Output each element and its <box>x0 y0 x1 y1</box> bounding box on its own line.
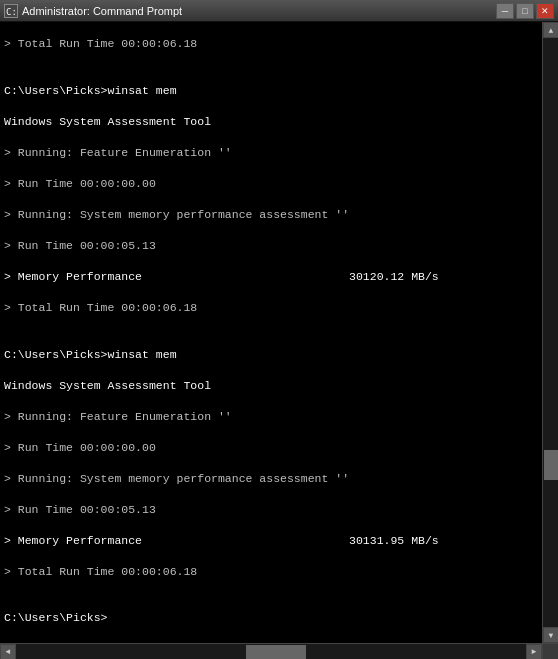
terminal-line: > Total Run Time 00:00:06.18 <box>4 300 538 316</box>
terminal-line: Windows System Assessment Tool <box>4 114 538 130</box>
terminal-line: > Run Time 00:00:00.00 <box>4 440 538 456</box>
scroll-down-button[interactable]: ▼ <box>543 627 558 643</box>
terminal-line: > Running: System memory performance ass… <box>4 471 538 487</box>
terminal-line: > Running: Feature Enumeration '' <box>4 409 538 425</box>
terminal-line: C:\Users\Picks>winsat mem <box>4 347 538 363</box>
hscroll-track[interactable] <box>16 644 526 660</box>
title-bar: C: Administrator: Command Prompt ─ □ ✕ <box>0 0 558 22</box>
terminal-line: > Memory Performance 30120.12 MB/s <box>4 269 538 285</box>
terminal-line: > Running: System memory performance ass… <box>4 207 538 223</box>
hscroll-thumb[interactable] <box>246 645 306 659</box>
terminal-output[interactable]: Microsoft Windows [Version 6.1.7601] Cop… <box>0 22 542 643</box>
horizontal-scrollbar[interactable]: ◄ ► <box>0 643 558 659</box>
maximize-button[interactable]: □ <box>516 3 534 19</box>
window-body: Microsoft Windows [Version 6.1.7601] Cop… <box>0 22 558 643</box>
cmd-icon: C: <box>4 4 18 18</box>
scroll-left-button[interactable]: ◄ <box>0 644 16 660</box>
vertical-scrollbar[interactable]: ▲ ▼ <box>542 22 558 643</box>
close-button[interactable]: ✕ <box>536 3 554 19</box>
title-bar-left: C: Administrator: Command Prompt <box>4 4 182 18</box>
terminal-line: C:\Users\Picks> <box>4 610 538 626</box>
terminal-line: > Running: Feature Enumeration '' <box>4 145 538 161</box>
scroll-up-button[interactable]: ▲ <box>543 22 558 38</box>
terminal-line: > Memory Performance 30131.95 MB/s <box>4 533 538 549</box>
window-title: Administrator: Command Prompt <box>22 5 182 17</box>
terminal-line: > Total Run Time 00:00:06.18 <box>4 36 538 52</box>
scroll-thumb[interactable] <box>544 450 558 480</box>
minimize-button[interactable]: ─ <box>496 3 514 19</box>
svg-text:C:: C: <box>6 7 17 17</box>
terminal-line: Windows System Assessment Tool <box>4 378 538 394</box>
title-bar-buttons: ─ □ ✕ <box>496 3 554 19</box>
scroll-right-button[interactable]: ► <box>526 644 542 660</box>
scrollbar-corner <box>542 644 558 660</box>
terminal-line: C:\Users\Picks>winsat mem <box>4 83 538 99</box>
terminal-line: > Total Run Time 00:00:06.18 <box>4 564 538 580</box>
terminal-line: > Run Time 00:00:05.13 <box>4 502 538 518</box>
scroll-track[interactable] <box>543 38 558 627</box>
terminal-line: > Run Time 00:00:05.13 <box>4 238 538 254</box>
terminal-line: > Run Time 00:00:00.00 <box>4 176 538 192</box>
